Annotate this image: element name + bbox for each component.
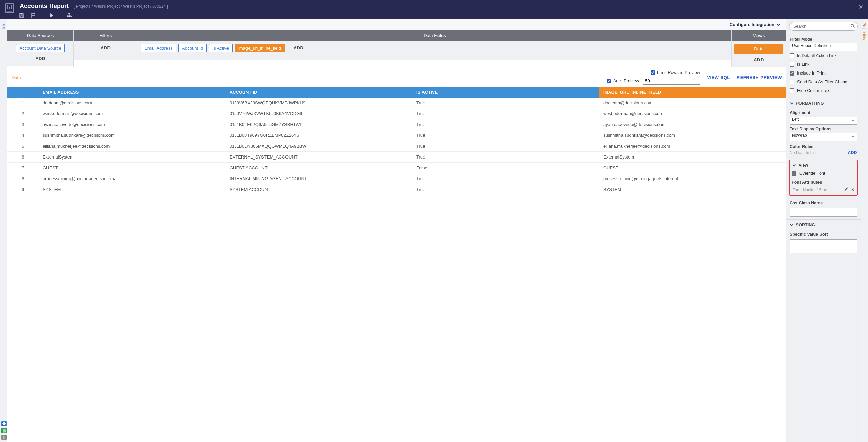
limit-rows-checkbox[interactable]: Limit Rows in Preview [651,70,700,75]
cell-accountid: 01J1B0DY385MXQQGWM1Q4A9BBW [225,141,412,152]
specific-sort-input[interactable] [790,239,857,253]
table-row[interactable]: 7GUESTGUEST ACCOUNTFalseGUEST [7,163,786,173]
chk-include-print[interactable]: ✓Include In Print [790,69,857,78]
configure-integration-label: Configure Integration [730,22,774,27]
svg-point-11 [71,16,72,17]
cell-isactive: True [412,119,599,130]
add-filter-button[interactable]: ADD [98,44,114,52]
chk-hide-column[interactable]: Hide Column Text [790,86,857,95]
row-number: 8 [7,173,39,184]
save-icon[interactable] [19,13,24,18]
hierarchy-icon[interactable] [66,13,72,18]
chk-default-action[interactable]: Is Default Action Link [790,51,857,60]
configure-integration-link[interactable]: Configure Integration [730,22,781,27]
info-tab[interactable]: Info [1,19,6,32]
cell-isactive: True [412,130,599,141]
view-sql-button[interactable]: VIEW SQL [707,75,730,80]
col-head-accountid[interactable]: ACCOUNT ID [225,87,412,98]
row-number: 5 [7,141,39,152]
table-row[interactable]: 5elliana.mukherjee@decisions.com01J1B0DY… [7,141,786,152]
play-icon[interactable] [48,13,54,18]
cell-isactive: True [412,184,599,195]
cell-isactive: False [412,163,599,173]
toolbar-separator [42,13,42,18]
cell-isactive: True [412,98,599,108]
section-sorting[interactable]: SORTING [786,220,861,229]
text-display-select[interactable]: NoWrap [790,133,857,141]
cell-imageurl: elliana.mukherjee@decisions.com [599,141,786,152]
table-row[interactable]: 1docteam@decisions.com01J0V6BXJ3SWQEQHKV… [7,98,786,108]
chk-send-filter[interactable]: Send Data As Filter Chang... [790,78,857,86]
chip-account-datasource[interactable]: Account Data Source [16,44,65,52]
table-row[interactable]: 3ayana.acevedo@decisions.com01J1B02E6PQ6… [7,119,786,130]
report-designer: Data Sources Account Data Source ADD Fil… [7,30,786,67]
clear-icon[interactable]: ✕ [851,187,854,192]
col-head-datasources: Data Sources [7,30,73,41]
left-info-rail[interactable]: Info [0,19,7,442]
close-icon[interactable]: ✕ [858,3,863,11]
cell-email: processmining@miningagents.internal [39,173,225,184]
properties-tab[interactable]: Properties [862,19,867,43]
cell-email: docteam@decisions.com [39,98,225,108]
table-row[interactable]: 8processmining@miningagents.internalINTE… [7,173,786,184]
auto-preview-checkbox[interactable]: Auto Preview [607,78,639,83]
cell-imageurl: GUEST [599,163,786,173]
gear-icon[interactable]: ⚙ [1,435,7,440]
edit-icon[interactable] [844,187,848,192]
col-head-email[interactable]: EMAIL ADDRESS [39,87,225,98]
cell-email: west.oderman@decisions.com [39,108,225,119]
refresh-preview-button[interactable]: REFRESH PREVIEW [737,75,782,80]
section-formatting[interactable]: FORMATTING [786,98,861,107]
chip-view-data[interactable]: Data [734,44,783,54]
svg-rect-7 [21,13,22,14]
chk-is-link[interactable]: Is Link [790,60,857,69]
css-class-input[interactable] [790,208,857,217]
row-number: 1 [7,98,39,108]
alignment-select[interactable]: Left [790,117,857,125]
cell-imageurl: SYSTEM [599,184,786,195]
right-properties-rail[interactable]: Properties [861,19,868,442]
filter-mode-select[interactable]: Use Report Definition [790,43,857,51]
svg-rect-6 [21,16,23,17]
limit-rows-input[interactable] [651,70,655,75]
chip-field-0[interactable]: Email Address [141,44,176,52]
table-row[interactable]: 9SYSTEMSYSTEM ACCOUNTTrueSYSTEM [7,184,786,195]
chip-field-2[interactable]: Is Active [209,44,233,52]
col-head-imageurl[interactable]: IMAGE_URL_INLINE_FIELD [599,87,786,98]
svg-rect-3 [11,5,12,9]
cell-accountid: 01J1B08T969YG0RZBMP82Z26Y6 [225,130,412,141]
cell-imageurl: sushmitha.sudhkara@decisions.com [599,130,786,141]
limit-rows-value-input[interactable] [643,77,700,85]
cell-imageurl: west.oderman@decisions.com [599,108,786,119]
auto-preview-input[interactable] [607,79,611,83]
table-row[interactable]: 2west.oderman@decisions.com01J0V76WJXVWT… [7,108,786,119]
add-datasource-button[interactable]: ADD [33,55,48,62]
data-tab-label[interactable]: Data [12,75,21,80]
cell-imageurl: ExternalSystem [599,152,786,163]
cell-accountid: 01J0V76WJXVWTK5J0K6A4VQDG9 [225,108,412,119]
add-color-rule-button[interactable]: ADD [848,150,857,155]
chk-override-font[interactable]: ✓Override Font [792,169,855,178]
section-view[interactable]: View [792,162,855,169]
col-head-rownum [7,87,39,98]
row-number: 6 [7,152,39,163]
color-rules-empty: No Data In List [790,150,816,155]
color-rules-label: Color Rules [790,144,857,149]
add-view-button[interactable]: ADD [751,56,767,64]
cell-accountid: 01J0V6BXJ3SWQEQHKVMBJWPKH9 [225,98,412,108]
cell-email: ayana.acevedo@decisions.com [39,119,225,130]
table-row[interactable]: 6ExternalSystemEXTERNAL_SYSTEM_ACCOUNTTr… [7,152,786,163]
add-field-button[interactable]: ADD [291,44,307,52]
cell-isactive: True [412,141,599,152]
text-display-label: Text Display Options [790,127,857,131]
titlebar: Accounts Report [ Projects / West's Proj… [0,0,868,19]
chip-field-3[interactable]: image_url_inline_field [235,44,285,52]
view-section-highlight: View ✓Override Font Font Attributes Font… [789,160,858,196]
chat-icon[interactable]: 💬 [1,421,7,426]
doc-icon[interactable]: ▤ [1,428,7,433]
col-head-isactive[interactable]: IS ACTIVE [412,87,599,98]
table-row[interactable]: 4sushmitha.sudhkara@decisions.com01J1B08… [7,130,786,141]
search-input[interactable] [789,22,858,31]
chip-field-1[interactable]: Account Id [178,44,206,52]
flag-icon[interactable] [31,13,36,18]
